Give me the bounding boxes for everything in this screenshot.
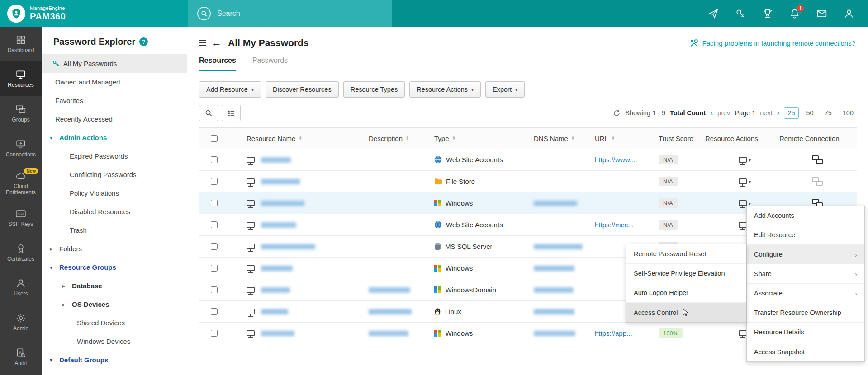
sidebar-item-certificates[interactable]: Certificates: [0, 235, 42, 270]
explorer-item-all-my-passwords[interactable]: All My Passwords: [42, 54, 187, 73]
rewards-trophy-icon[interactable]: [762, 8, 773, 19]
sidebar-item-audit[interactable]: Audit: [0, 340, 42, 375]
sort-icon[interactable]: ▲▼: [571, 136, 574, 140]
feedback-mail-icon[interactable]: [816, 8, 827, 19]
menu-item-transfer-resource-ownership[interactable]: Transfer Resource Ownership: [747, 303, 864, 323]
prev-link[interactable]: prev: [717, 109, 730, 117]
export-button[interactable]: Export▾: [485, 81, 525, 98]
notifications-bell-icon[interactable]: !: [789, 8, 800, 19]
resource-actions-menu-button[interactable]: ▾: [739, 178, 751, 184]
sidebar-item-groups[interactable]: Groups: [0, 96, 42, 131]
sidebar-item-users[interactable]: Users: [0, 270, 42, 305]
submenu-item-remote-password-reset[interactable]: Remote Password Reset: [626, 244, 746, 264]
page-size-50[interactable]: 50: [803, 108, 817, 118]
refresh-icon[interactable]: [613, 109, 621, 117]
column-chooser-button[interactable]: [222, 105, 241, 121]
sort-icon[interactable]: ▲▼: [299, 136, 302, 140]
tab-resources[interactable]: Resources: [199, 56, 236, 71]
resource-name-blurred[interactable]: [261, 309, 288, 314]
resource-name-blurred[interactable]: [261, 287, 290, 293]
sidebar-item-resources[interactable]: Resources: [0, 61, 42, 96]
select-all-checkbox[interactable]: [211, 135, 218, 142]
resource-url-link[interactable]: https://mec...: [595, 221, 634, 229]
col-type[interactable]: Type: [434, 135, 449, 142]
resource-types-button[interactable]: Resource Types: [343, 81, 405, 98]
sidebar-item-admin[interactable]: Admin: [0, 305, 42, 340]
row-checkbox[interactable]: [211, 308, 218, 315]
menu-item-edit-resource[interactable]: Edit Resource: [747, 225, 864, 245]
explorer-item-owned-and-managed[interactable]: Owned and Managed: [42, 73, 187, 91]
resource-actions-button[interactable]: Resource Actions▾: [409, 81, 481, 98]
add-resource-button[interactable]: Add Resource▾: [199, 81, 261, 98]
explorer-item-os-devices[interactable]: ▸ OS Devices: [42, 295, 187, 314]
resource-name-blurred[interactable]: [261, 266, 293, 271]
discover-resources-button[interactable]: Discover Resources: [266, 81, 339, 98]
resource-name-blurred[interactable]: [261, 201, 304, 206]
send-icon[interactable]: [708, 8, 719, 19]
explorer-item-conflicting-passwords[interactable]: Conflicting Passwords: [42, 165, 187, 184]
explorer-item-recently-accessed[interactable]: Recently Accessed: [42, 110, 187, 128]
row-checkbox[interactable]: [211, 178, 218, 185]
page-size-75[interactable]: 75: [821, 108, 835, 118]
resource-name-blurred[interactable]: [261, 222, 296, 228]
page-size-100[interactable]: 100: [840, 108, 857, 118]
sidebar-item-cloud-entitlements[interactable]: New Cloud Entitlements: [0, 166, 42, 201]
submenu-item-self-service-privilege-elevation[interactable]: Self-Service Privilege Elevation: [626, 264, 746, 283]
row-checkbox[interactable]: [211, 221, 218, 228]
resource-url-link[interactable]: https://app...: [595, 329, 632, 337]
search-input[interactable]: [217, 9, 353, 18]
resource-name-blurred[interactable]: [261, 331, 294, 336]
submenu-item-access-control[interactable]: Access Control: [626, 303, 746, 322]
explorer-group-resource-groups[interactable]: ▾ Resource Groups: [42, 258, 187, 277]
next-link[interactable]: next: [760, 109, 772, 117]
menu-item-associate[interactable]: Associate ›: [747, 284, 864, 303]
explorer-group-admin-actions[interactable]: ▾ Admin Actions: [42, 128, 187, 147]
menu-item-add-accounts[interactable]: Add Accounts: [747, 206, 864, 225]
menu-item-resource-details[interactable]: Resource Details: [747, 323, 864, 342]
col-dns-name[interactable]: DNS Name: [534, 135, 568, 142]
row-checkbox[interactable]: [211, 156, 218, 163]
sort-icon[interactable]: ▲▼: [612, 136, 615, 140]
table-row[interactable]: File Store N/A ▾: [199, 171, 857, 192]
row-checkbox[interactable]: [211, 265, 218, 272]
profile-icon[interactable]: [844, 8, 854, 19]
menu-item-share[interactable]: Share ›: [747, 264, 864, 284]
explorer-item-disabled-resources[interactable]: Disabled Resources: [42, 202, 187, 221]
table-search-button[interactable]: [199, 105, 218, 121]
explorer-group-folders[interactable]: ▸ Folders: [42, 239, 187, 258]
back-arrow-icon[interactable]: ←: [212, 38, 222, 48]
sidebar-item-connections[interactable]: Connections: [0, 131, 42, 166]
global-search[interactable]: [188, 0, 392, 27]
password-access-key-icon[interactable]: [735, 8, 746, 19]
resource-name-blurred[interactable]: [261, 244, 315, 249]
page-size-25[interactable]: 25: [784, 107, 798, 119]
resource-name-blurred[interactable]: [261, 179, 300, 184]
tab-passwords[interactable]: Passwords: [252, 56, 288, 71]
row-checkbox[interactable]: [211, 330, 218, 337]
explorer-item-favorites[interactable]: Favorites: [42, 91, 187, 110]
resource-url-link[interactable]: https://www....: [595, 156, 637, 164]
row-checkbox[interactable]: [211, 243, 218, 250]
next-chevron-icon[interactable]: ›: [777, 108, 780, 117]
menu-item-access-snapshot[interactable]: Access Snapshot: [747, 342, 864, 361]
explorer-group-default-groups[interactable]: ▾ Default Groups: [42, 351, 187, 369]
submenu-item-auto-logon-helper[interactable]: Auto Logon Helper: [626, 283, 746, 303]
total-count-link[interactable]: Total Count: [670, 109, 706, 117]
prev-chevron-icon[interactable]: ‹: [710, 108, 713, 117]
menu-item-configure[interactable]: Configure ›: [747, 245, 864, 264]
explorer-item-policy-violations[interactable]: Policy Violations: [42, 184, 187, 202]
explorer-item-windows-devices[interactable]: Windows Devices: [42, 332, 187, 351]
sort-icon[interactable]: ▲▼: [452, 136, 455, 140]
row-checkbox[interactable]: [211, 286, 218, 293]
row-checkbox[interactable]: [211, 200, 218, 206]
explorer-item-trash[interactable]: Trash: [42, 221, 187, 239]
explorer-item-shared-devices[interactable]: Shared Devices: [42, 314, 187, 332]
sidebar-item-ssh-keys[interactable]: SSH SSH Keys: [0, 201, 42, 235]
remote-connection-help-link[interactable]: Facing problems in launching remote conn…: [690, 39, 855, 47]
col-resource-name[interactable]: Resource Name: [247, 135, 295, 142]
brand-logo[interactable]: ManageEngine PAM360: [0, 0, 188, 27]
table-row[interactable]: Web Site Accounts https://www.... N/A ▾: [199, 149, 857, 171]
collapse-panel-icon[interactable]: [199, 40, 206, 46]
help-icon[interactable]: ?: [139, 38, 148, 46]
resource-name-blurred[interactable]: [261, 157, 291, 163]
